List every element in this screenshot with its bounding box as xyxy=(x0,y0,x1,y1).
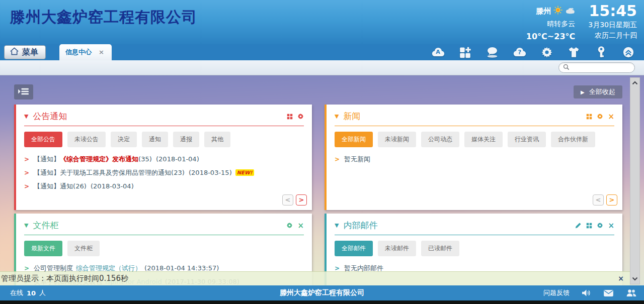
tab-close-icon[interactable]: × xyxy=(99,49,104,55)
collapse-triangle-icon[interactable]: ▼ xyxy=(335,222,339,229)
panel-toggle-button[interactable] xyxy=(14,84,33,99)
announcement-list: > 【通知】 《综合管理规定》发布通知 (35) (2018-01-04) > … xyxy=(24,152,304,193)
panel-files-header: ▼ 文件柜 × xyxy=(24,220,304,235)
prev-page-button[interactable]: < xyxy=(282,194,293,206)
item-title[interactable]: 关于现场工器具及劳保用品管理的通知 xyxy=(60,168,171,177)
oa-portal-window: 滕州大鑫炉窑工程有限公司 滕州 晴转多云 10°C~23°C 15:45 3月3… xyxy=(0,0,644,304)
scroll-up-icon[interactable] xyxy=(631,79,639,86)
cloud-moon-icon xyxy=(565,7,575,16)
tab-all-announcements[interactable]: 全部公告 xyxy=(24,132,62,147)
speaker-icon[interactable] xyxy=(582,289,591,297)
gear-icon[interactable] xyxy=(297,113,304,120)
search-input[interactable] xyxy=(572,65,627,71)
users-icon[interactable] xyxy=(626,289,637,297)
panel-title: 公告通知 xyxy=(33,111,287,122)
layout-grid-icon[interactable] xyxy=(586,114,592,120)
layout-grid-icon[interactable] xyxy=(287,114,293,120)
tab-read-mail[interactable]: 已读邮件 xyxy=(421,241,459,256)
item-arrow-icon: > xyxy=(24,265,29,272)
tabbar-icon-group: A ? xyxy=(431,46,635,59)
next-page-button[interactable]: > xyxy=(296,194,307,206)
grid-plus-icon[interactable] xyxy=(458,46,472,59)
search-strip xyxy=(0,60,644,75)
item-arrow-icon: > xyxy=(24,183,29,190)
tab-bulletins[interactable]: 通报 xyxy=(173,132,199,147)
close-icon[interactable]: × xyxy=(608,223,614,229)
collapse-triangle-icon[interactable]: ▼ xyxy=(335,113,339,120)
footer-bar: 在线 10 人 滕州大鑫炉窑工程有限公司 问题反馈 xyxy=(0,285,644,300)
collapse-triangle-icon[interactable]: ▼ xyxy=(24,222,28,229)
collapse-up-icon[interactable] xyxy=(621,46,635,59)
tab-info-center[interactable]: 信息中心 × xyxy=(59,44,112,60)
panel-news-tabs: 全部新闻 未读新闻 公司动态 媒体关注 行业资讯 合作伙伴新 xyxy=(335,132,614,147)
next-page-button[interactable]: > xyxy=(606,194,617,206)
collapse-all-label: 全部收起 xyxy=(589,87,615,96)
gear-icon[interactable] xyxy=(286,222,293,229)
tab-unread-mail[interactable]: 未读邮件 xyxy=(378,241,416,256)
item-arrow-icon: > xyxy=(24,169,29,176)
item-title[interactable]: 《综合管理规定》发布通知 xyxy=(60,155,138,164)
panel-title: 文件柜 xyxy=(33,220,286,231)
help-cloud-icon[interactable]: ? xyxy=(513,46,526,59)
tab-all-mail[interactable]: 全部邮件 xyxy=(335,241,373,256)
item-arrow-icon: > xyxy=(335,156,340,163)
play-icon: ▶ xyxy=(581,89,585,95)
search-box[interactable] xyxy=(558,62,635,73)
tab-industry-info[interactable]: 行业资讯 xyxy=(508,132,546,147)
item-meta: (35) (2018-01-04) xyxy=(138,155,199,163)
new-badge: NEW! xyxy=(235,169,254,176)
footer-actions: 问题反馈 xyxy=(543,285,637,300)
tab-all-news[interactable]: 全部新闻 xyxy=(335,132,373,147)
collapse-all-button[interactable]: ▶ 全部收起 xyxy=(574,85,622,98)
panel-files-tabs: 最新文件 文件柜 xyxy=(24,241,304,256)
header: 滕州大鑫炉窑工程有限公司 滕州 晴转多云 10°C~23°C 15:45 3月3… xyxy=(0,0,644,44)
tab-company-news[interactable]: 公司动态 xyxy=(421,132,459,147)
item-meta: (23) (2018-03-15) xyxy=(171,169,232,176)
layout-grid-icon[interactable] xyxy=(586,223,592,229)
admin-toast-text: 管理员提示：本页面执行时间0.156秒 xyxy=(1,274,128,283)
search-icon xyxy=(563,63,570,72)
collapse-triangle-icon[interactable]: ▼ xyxy=(24,113,28,120)
tab-notices[interactable]: 通知 xyxy=(142,132,168,147)
item-title[interactable]: 通知 xyxy=(60,182,73,191)
list-item: > 【通知】 通知 (26) (2018-03-04) xyxy=(24,179,304,193)
menu-button[interactable]: 菜单 xyxy=(4,45,46,59)
tab-media-focus[interactable]: 媒体关注 xyxy=(464,132,503,147)
panel-mail-tabs: 全部邮件 未读邮件 已读邮件 xyxy=(335,241,614,256)
compose-pencil-icon[interactable] xyxy=(575,222,582,229)
gear-icon[interactable] xyxy=(597,222,603,229)
cloud-a-letter: A xyxy=(431,49,445,55)
toast-close-icon[interactable]: × xyxy=(618,274,624,282)
tab-partner-news[interactable]: 合作伙伴新 xyxy=(551,132,595,147)
panel-announcements: ▼ 公告通知 全部公告 未读公告 决定 通知 通报 其他 > 【通知】 《 xyxy=(14,105,312,210)
item-prefix: 【通知】 xyxy=(34,182,60,191)
tab-decisions[interactable]: 决定 xyxy=(111,132,137,147)
chat-icon[interactable] xyxy=(486,46,499,59)
admin-toast: 管理员提示：本页面执行时间0.156秒 × xyxy=(0,271,630,285)
key-icon[interactable] xyxy=(594,46,608,59)
tab-other[interactable]: 其他 xyxy=(204,132,230,147)
close-icon[interactable]: × xyxy=(297,223,304,229)
tab-unread-announcements[interactable]: 未读公告 xyxy=(67,132,106,147)
tab-unread-news[interactable]: 未读新闻 xyxy=(378,132,416,147)
pager: < > xyxy=(593,194,617,206)
gear-icon[interactable] xyxy=(597,113,603,120)
feedback-link[interactable]: 问题反馈 xyxy=(543,288,570,297)
empty-item: > 暂无新闻 xyxy=(335,152,614,166)
theme-shirt-icon[interactable] xyxy=(567,46,581,59)
scroll-down-icon[interactable] xyxy=(631,275,639,282)
home-icon xyxy=(10,47,19,58)
cloud-a-icon[interactable]: A xyxy=(431,46,445,59)
panel-list-icon xyxy=(18,87,30,97)
close-icon[interactable]: × xyxy=(608,114,614,120)
svg-text:?: ? xyxy=(518,49,522,56)
mail-icon[interactable] xyxy=(603,289,614,297)
clock-block: 15:45 3月30日星期五 农历二月十四 xyxy=(588,3,637,41)
prev-page-button[interactable]: < xyxy=(593,194,604,206)
vertical-scrollbar[interactable] xyxy=(630,77,640,284)
panel-news-header: ▼ 新闻 × xyxy=(335,111,614,126)
tab-latest-files[interactable]: 最新文件 xyxy=(24,241,62,256)
tab-file-cabinet[interactable]: 文件柜 xyxy=(67,241,100,256)
settings-gear-icon[interactable] xyxy=(540,46,553,59)
item-meta: (2018-01-04 14:33:57) xyxy=(144,264,219,272)
